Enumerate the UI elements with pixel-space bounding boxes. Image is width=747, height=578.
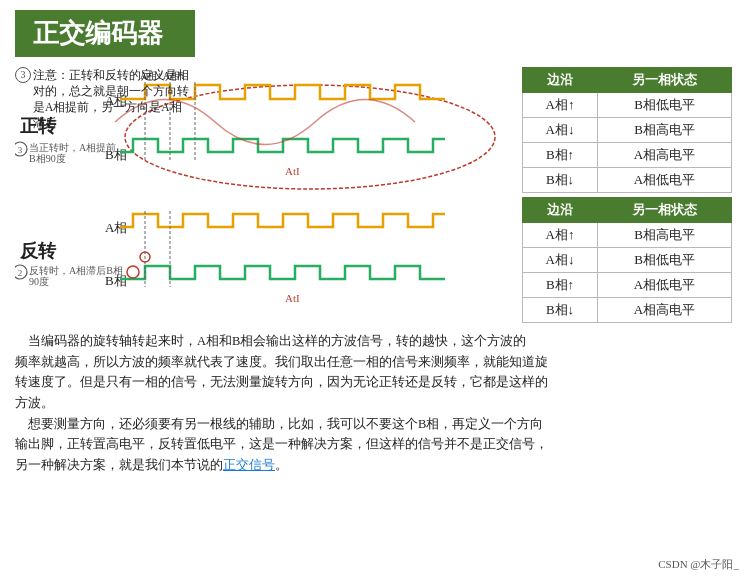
zhengzhuan-row: 3 注意：正转和反转的定义是相对的，总之就是朝一个方向转是A相提前，另一方向是A… <box>15 67 732 193</box>
table2-row1-edge: A相↑ <box>523 223 598 248</box>
table2-row1-state: B相高电平 <box>597 223 731 248</box>
table1-row1-edge: A相↑ <box>523 93 598 118</box>
svg-text:AtI: AtI <box>285 165 300 177</box>
table1-row3-state: A相高电平 <box>597 143 731 168</box>
svg-text:反转: 反转 <box>19 241 57 261</box>
table1-container: 边沿 另一相状态 A相↑ B相低电平 A相↓ B相高电平 <box>522 67 732 193</box>
table1-row1-state: B相低电平 <box>597 93 731 118</box>
fanzhuan-diagram: A相 B相 反转 2 反转时，A相滞后B相 90度 <box>15 197 517 312</box>
svg-point-23 <box>127 266 139 278</box>
fanzhuan-waveform: A相 B相 反转 2 反转时，A相滞后B相 90度 <box>15 197 505 312</box>
table1-row2-edge: A相↓ <box>523 118 598 143</box>
table-row: A相↑ B相低电平 <box>523 93 732 118</box>
bottom-line1: 当编码器的旋转轴转起来时，A相和B相会输出这样的方波信号，转的越快，这个方波的 <box>15 334 526 348</box>
fanzhuan-row: A相 B相 反转 2 反转时，A相滞后B相 90度 <box>15 197 732 323</box>
svg-text:AtI: AtI <box>285 292 300 304</box>
svg-text:反转时，A相滞后B相: 反转时，A相滞后B相 <box>29 265 123 276</box>
table2: 边沿 另一相状态 A相↑ B相高电平 A相↓ B相低电平 <box>522 197 732 323</box>
table-row: A相↓ B相低电平 <box>523 248 732 273</box>
bottom-line6: 输出脚，正转置高电平，反转置低电平，这是一种解决方案，但这样的信号并不是正交信号… <box>15 437 548 451</box>
table-row: A相↓ B相高电平 <box>523 118 732 143</box>
table1-row2-state: B相高电平 <box>597 118 731 143</box>
table1-row3-edge: B相↑ <box>523 143 598 168</box>
table1-row4-edge: B相↓ <box>523 168 598 193</box>
zhengzhuan-diagram: 3 注意：正转和反转的定义是相对的，总之就是朝一个方向转是A相提前，另一方向是A… <box>15 67 517 192</box>
table2-row2-state: B相低电平 <box>597 248 731 273</box>
svg-text:3: 3 <box>18 145 23 155</box>
table-row: B相↓ A相低电平 <box>523 168 732 193</box>
table1-header-state: 另一相状态 <box>597 68 731 93</box>
csdn-label: CSDN @木子阳_ <box>658 557 739 572</box>
table2-header-state: 另一相状态 <box>597 198 731 223</box>
table2-row3-state: A相低电平 <box>597 273 731 298</box>
svg-text:90度: 90度 <box>29 276 49 287</box>
table-row: A相↑ B相高电平 <box>523 223 732 248</box>
circle-3a: 3 <box>15 67 31 83</box>
table2-row4-state: A相高电平 <box>597 298 731 323</box>
page-title: 正交编码器 <box>15 10 195 57</box>
page: 正交编码器 3 注意：正转和反转的定义是相对的，总之就是朝一个方向转是A相提前，… <box>0 0 747 578</box>
left-section: 3 注意：正转和反转的定义是相对的，总之就是朝一个方向转是A相提前，另一方向是A… <box>15 67 732 327</box>
note3-container: 3 注意：正转和反转的定义是相对的，总之就是朝一个方向转是A相提前，另一方向是A… <box>15 67 193 131</box>
bottom-line4: 方波。 <box>15 396 54 410</box>
table2-header-edge: 边沿 <box>523 198 598 223</box>
svg-text:2: 2 <box>18 268 23 278</box>
table-row: B相↓ A相高电平 <box>523 298 732 323</box>
bottom-line3: 转速度了。但是只有一相的信号，无法测量旋转方向，因为无论正转还是反转，它都是这样… <box>15 375 548 389</box>
svg-text:当正转时，A相提前: 当正转时，A相提前 <box>29 142 116 153</box>
bottom-line2: 频率就越高，所以方波的频率就代表了速度。我们取出任意一相的信号来测频率，就能知道… <box>15 355 548 369</box>
table-row: B相↑ A相低电平 <box>523 273 732 298</box>
bottom-line7: 另一种解决方案，就是我们本节说的正交信号。 <box>15 458 288 472</box>
bottom-line5: 想要测量方向，还必须要有另一根线的辅助，比如，我可以不要这个B相，再定义一个方向 <box>15 417 543 431</box>
svg-text:B相90度: B相90度 <box>29 153 66 164</box>
table2-row4-edge: B相↓ <box>523 298 598 323</box>
table1: 边沿 另一相状态 A相↑ B相低电平 A相↓ B相高电平 <box>522 67 732 193</box>
table2-row2-edge: A相↓ <box>523 248 598 273</box>
highlight-text: 正交信号 <box>223 458 275 472</box>
bottom-text-block: 当编码器的旋转轴转起来时，A相和B相会输出这样的方波信号，转的越快，这个方波的 … <box>15 331 732 475</box>
table-row: B相↑ A相高电平 <box>523 143 732 168</box>
table2-row3-edge: B相↑ <box>523 273 598 298</box>
note3-text: 注意：正转和反转的定义是相对的，总之就是朝一个方向转是A相提前，另一方向是A相滞… <box>33 67 193 131</box>
table1-row4-state: A相低电平 <box>597 168 731 193</box>
table2-container: 边沿 另一相状态 A相↑ B相高电平 A相↓ B相低电平 <box>522 197 732 323</box>
table1-header-edge: 边沿 <box>523 68 598 93</box>
